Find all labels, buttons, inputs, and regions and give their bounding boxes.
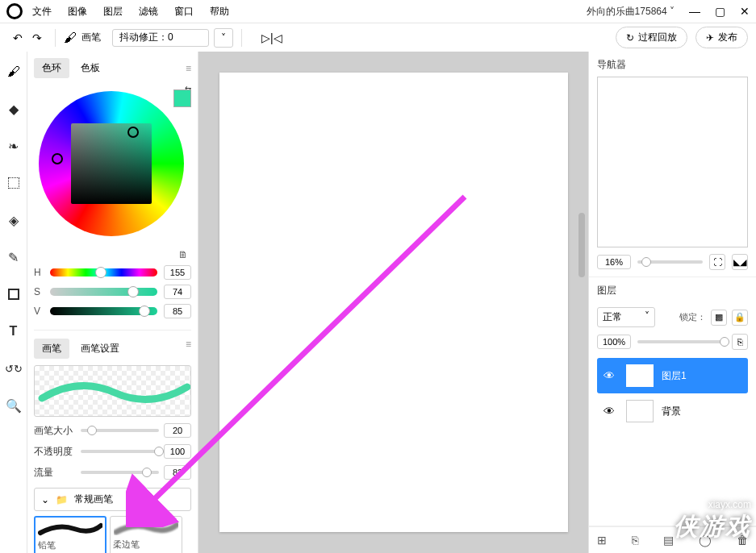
flow-label: 流量 — [34, 466, 76, 480]
mirror-button[interactable]: ▷|◁ — [261, 31, 282, 44]
merge-icon[interactable]: ▤ — [663, 534, 674, 547]
menu-layer[interactable]: 图层 — [103, 5, 123, 19]
brush-set-name: 常规画笔 — [74, 493, 113, 506]
brush-icon: 🖌 — [64, 31, 77, 45]
visibility-icon[interactable]: 👁 — [604, 369, 618, 382]
minimize-icon[interactable]: — — [689, 5, 700, 18]
brush-set-header[interactable]: ⌄ 📁 常规画笔 — [34, 488, 191, 511]
size-slider[interactable] — [81, 429, 159, 432]
blend-mode-select[interactable]: 正常˅ — [597, 307, 655, 327]
menu-image[interactable]: 图像 — [68, 5, 87, 19]
shape-tool[interactable] — [5, 285, 23, 303]
navigator-preview[interactable] — [597, 77, 748, 247]
jitter-dropdown[interactable]: ˅ — [214, 28, 233, 48]
zoom-input[interactable] — [597, 255, 631, 269]
marquee-tool[interactable] — [5, 174, 23, 192]
sat-slider[interactable] — [50, 288, 157, 296]
visibility-icon[interactable]: 👁 — [604, 405, 618, 418]
close-icon[interactable]: ✕ — [740, 5, 750, 18]
opacity-input[interactable] — [164, 444, 191, 459]
right-panel: 导航器 ⛶ ◣◢ 图层 正常˅ 锁定： ▩ 🔒 ⎘ — [588, 52, 756, 553]
hue-slider[interactable] — [50, 268, 157, 276]
sat-input[interactable] — [164, 285, 191, 299]
layer-thumbnail — [626, 364, 654, 387]
val-slider[interactable] — [50, 307, 157, 315]
flow-input[interactable] — [164, 465, 191, 480]
layer-name: 背景 — [662, 405, 681, 418]
chevron-down-icon: ˅ — [645, 310, 649, 324]
fg-color-swatch[interactable] — [173, 89, 191, 107]
smudge-tool[interactable]: ❧ — [5, 137, 23, 155]
layer-opacity-slider[interactable] — [637, 340, 725, 343]
layer-item-background[interactable]: 👁 背景 — [597, 393, 748, 429]
menu-help[interactable]: 帮助 — [210, 5, 229, 19]
fill-tool[interactable]: ◈ — [5, 211, 23, 229]
text-tool[interactable]: T — [5, 322, 23, 340]
eyedropper-tool[interactable]: ✎ — [5, 248, 23, 266]
color-wheel[interactable]: ⇆ — [34, 85, 191, 254]
size-input[interactable] — [164, 423, 191, 438]
tab-brush-settings[interactable]: 画笔设置 — [73, 339, 127, 359]
val-input[interactable] — [164, 304, 191, 318]
new-layer-icon[interactable]: ⊞ — [597, 534, 607, 547]
tab-brush[interactable]: 画笔 — [34, 339, 69, 359]
stroke-preview — [34, 365, 191, 417]
layers-title: 图层 — [597, 284, 748, 297]
fit-screen-icon[interactable]: ⛶ — [709, 254, 725, 270]
publish-button[interactable]: ✈发布 — [695, 27, 748, 48]
delete-layer-icon[interactable]: 🗑 — [737, 534, 748, 547]
vertical-scrollbar[interactable] — [578, 213, 585, 277]
flow-slider[interactable] — [81, 471, 159, 474]
tab-swatches[interactable]: 色板 — [73, 58, 108, 78]
folder-icon: 📁 — [56, 494, 68, 505]
undo-button[interactable]: ↶ — [8, 29, 27, 47]
layer-thumbnail — [626, 400, 654, 422]
app-logo-icon — [6, 3, 23, 19]
jitter-input[interactable] — [112, 29, 209, 47]
layer-opacity-input[interactable] — [597, 335, 631, 349]
layer-panel-icon[interactable]: ⎘ — [732, 334, 748, 350]
hue-input[interactable] — [164, 265, 191, 280]
opacity-slider[interactable] — [81, 450, 159, 453]
copy-layer-icon[interactable]: ⎘ — [632, 534, 638, 547]
replay-button[interactable]: ↻过程回放 — [616, 27, 687, 48]
maximize-icon[interactable]: ▢ — [715, 5, 725, 18]
brush-grid: 铅笔 柔边笔 圆边笔 喷笔 — [34, 516, 191, 553]
val-label: V — [34, 306, 44, 317]
options-bar: ↶ ↷ 🖌 画笔 ˅ ▷|◁ ↻过程回放 ✈发布 — [0, 23, 756, 52]
mask-icon[interactable]: ◯ — [699, 534, 712, 547]
size-label: 画笔大小 — [34, 424, 76, 438]
separator — [241, 29, 242, 47]
brush-preset-pencil[interactable]: 铅笔 — [34, 516, 107, 553]
eraser-tool[interactable]: ◆ — [5, 100, 23, 118]
brush-tool[interactable]: 🖌 — [5, 63, 23, 81]
canvas-area — [198, 52, 588, 553]
left-panel: 色环 色板 ≡ ⇆ 🗎 H S V 画笔 画笔设置 ≡ 画笔大小 不透明度 流量 — [27, 52, 198, 553]
flip-icon[interactable]: ◣◢ — [732, 254, 748, 270]
tab-color-wheel[interactable]: 色环 — [34, 58, 69, 78]
zoom-slider[interactable] — [637, 260, 703, 264]
canvas[interactable] — [219, 73, 568, 532]
tool-strip: 🖌 ◆ ❧ ◈ ✎ T ↺↻ 🔍 — [0, 52, 27, 553]
panel-menu-icon[interactable]: ≡ — [186, 63, 191, 74]
layer-item-1[interactable]: 👁 图层1 — [597, 358, 748, 393]
menu-window[interactable]: 窗口 — [174, 5, 194, 19]
replay-icon: ↻ — [626, 32, 634, 44]
opacity-label: 不透明度 — [34, 445, 76, 459]
username-dropdown[interactable]: 外向的乐曲175864 ˅ — [587, 5, 675, 19]
brush-panel-menu-icon[interactable]: ≡ — [186, 339, 191, 359]
menu-file[interactable]: 文件 — [32, 5, 52, 19]
lock-label: 锁定： — [679, 311, 706, 323]
transform-tool[interactable]: ↺↻ — [5, 360, 23, 377]
menu-bar: 文件 图像 图层 滤镜 窗口 帮助 外向的乐曲175864 ˅ — ▢ ✕ — [0, 0, 756, 23]
menu-filter[interactable]: 滤镜 — [139, 5, 158, 19]
hue-label: H — [34, 267, 44, 278]
lock-pixels-icon[interactable]: ▩ — [711, 310, 727, 326]
redo-button[interactable]: ↷ — [27, 29, 47, 47]
chevron-down-icon: ⌄ — [41, 494, 49, 505]
layer-name: 图层1 — [662, 369, 687, 383]
brush-preset-soft[interactable]: 柔边笔 — [110, 516, 182, 553]
zoom-tool[interactable]: 🔍 — [5, 397, 23, 414]
layers-footer: ⊞ ⎘ ▤ ◯ 🗑 — [589, 526, 756, 553]
lock-all-icon[interactable]: 🔒 — [732, 310, 748, 326]
